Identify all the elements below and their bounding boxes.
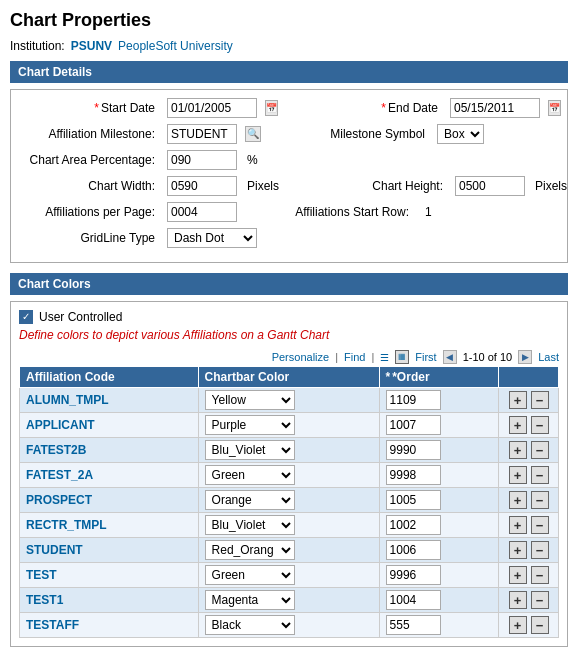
order-input[interactable] xyxy=(386,490,441,510)
find-link[interactable]: Find xyxy=(344,351,365,363)
add-row-button[interactable]: + xyxy=(509,416,527,434)
order-input[interactable] xyxy=(386,415,441,435)
view-icon[interactable]: ☰ xyxy=(380,352,389,363)
add-row-button[interactable]: + xyxy=(509,566,527,584)
start-date-input[interactable] xyxy=(167,98,257,118)
add-row-button[interactable]: + xyxy=(509,391,527,409)
affiliation-milestone-search-icon[interactable]: 🔍 xyxy=(245,126,261,142)
affiliations-start-row-value: 1 xyxy=(425,205,432,219)
page-container: Chart Properties Institution: PSUNV Peop… xyxy=(0,0,578,667)
add-row-button[interactable]: + xyxy=(509,466,527,484)
next-page-arrow[interactable]: ▶ xyxy=(518,350,532,364)
chartbar-color-cell: YellowPurpleBlu_VioletGreenOrangeRed_Ora… xyxy=(198,463,379,488)
col-header-chartbar-color: Chartbar Color xyxy=(198,367,379,388)
milestone-symbol-label: Milestone Symbol xyxy=(289,127,429,141)
remove-row-button[interactable]: − xyxy=(531,516,549,534)
chart-area-input[interactable] xyxy=(167,150,237,170)
start-date-calendar-icon[interactable]: 📅 xyxy=(265,100,278,116)
chartbar-color-select[interactable]: YellowPurpleBlu_VioletGreenOrangeRed_Ora… xyxy=(205,490,295,510)
add-row-button[interactable]: + xyxy=(509,441,527,459)
table-row: FATEST2BYellowPurpleBlu_VioletGreenOrang… xyxy=(20,438,559,463)
order-input[interactable] xyxy=(386,465,441,485)
user-controlled-row: ✓ User Controlled xyxy=(19,310,559,324)
affiliation-code-cell: APPLICANT xyxy=(20,413,199,438)
row-actions-cell: +− xyxy=(499,463,559,488)
chartbar-color-cell: YellowPurpleBlu_VioletGreenOrangeRed_Ora… xyxy=(198,613,379,638)
row-actions-cell: +− xyxy=(499,588,559,613)
remove-row-button[interactable]: − xyxy=(531,491,549,509)
add-row-button[interactable]: + xyxy=(509,541,527,559)
remove-row-button[interactable]: − xyxy=(531,541,549,559)
table-row: TESTAFFYellowPurpleBlu_VioletGreenOrange… xyxy=(20,613,559,638)
chartbar-color-cell: YellowPurpleBlu_VioletGreenOrangeRed_Ora… xyxy=(198,513,379,538)
order-input[interactable] xyxy=(386,440,441,460)
order-input[interactable] xyxy=(386,615,441,635)
user-controlled-checkbox[interactable]: ✓ xyxy=(19,310,33,324)
remove-row-button[interactable]: − xyxy=(531,616,549,634)
chartbar-color-select[interactable]: YellowPurpleBlu_VioletGreenOrangeRed_Ora… xyxy=(205,465,295,485)
chart-width-label: Chart Width: xyxy=(19,179,159,193)
chart-area-row: Chart Area Percentage: % xyxy=(19,150,559,170)
affiliations-row: Affiliations per Page: Affiliations Star… xyxy=(19,202,559,222)
remove-row-button[interactable]: − xyxy=(531,441,549,459)
last-link[interactable]: Last xyxy=(538,351,559,363)
chartbar-color-select[interactable]: YellowPurpleBlu_VioletGreenOrangeRed_Ora… xyxy=(205,515,295,535)
personalize-link[interactable]: Personalize xyxy=(272,351,329,363)
end-date-input[interactable] xyxy=(450,98,540,118)
prev-page-arrow[interactable]: ◀ xyxy=(443,350,457,364)
institution-code: PSUNV xyxy=(71,39,112,53)
milestone-symbol-select[interactable]: Box xyxy=(437,124,484,144)
order-input[interactable] xyxy=(386,540,441,560)
grid-icon[interactable]: ▦ xyxy=(395,350,409,364)
order-cell xyxy=(379,588,498,613)
first-link[interactable]: First xyxy=(415,351,436,363)
add-row-button[interactable]: + xyxy=(509,616,527,634)
milestone-row: Affiliation Milestone: 🔍 Milestone Symbo… xyxy=(19,124,559,144)
institution-label: Institution: xyxy=(10,39,65,53)
chart-colors-header: Chart Colors xyxy=(10,273,568,295)
order-cell xyxy=(379,613,498,638)
affiliations-start-row-label: Affiliations Start Row: xyxy=(273,205,413,219)
add-row-button[interactable]: + xyxy=(509,591,527,609)
chartbar-color-select[interactable]: YellowPurpleBlu_VioletGreenOrangeRed_Ora… xyxy=(205,615,295,635)
chartbar-color-cell: YellowPurpleBlu_VioletGreenOrangeRed_Ora… xyxy=(198,413,379,438)
chart-details-header: Chart Details xyxy=(10,61,568,83)
affiliation-milestone-input[interactable] xyxy=(167,124,237,144)
chartbar-color-cell: YellowPurpleBlu_VioletGreenOrangeRed_Ora… xyxy=(198,563,379,588)
chart-area-label: Chart Area Percentage: xyxy=(19,153,159,167)
chartbar-color-select[interactable]: YellowPurpleBlu_VioletGreenOrangeRed_Ora… xyxy=(205,440,295,460)
chart-height-input[interactable] xyxy=(455,176,525,196)
affiliations-per-page-label: Affiliations per Page: xyxy=(19,205,159,219)
order-input[interactable] xyxy=(386,390,441,410)
chartbar-color-cell: YellowPurpleBlu_VioletGreenOrangeRed_Ora… xyxy=(198,488,379,513)
institution-name: PeopleSoft University xyxy=(118,39,233,53)
table-row: ALUMN_TMPLYellowPurpleBlu_VioletGreenOra… xyxy=(20,388,559,413)
gridline-type-select[interactable]: Dash Dot Solid Dotted Dashed xyxy=(167,228,257,248)
affiliations-table: Affiliation Code Chartbar Color *Order A… xyxy=(19,366,559,638)
affiliations-per-page-input[interactable] xyxy=(167,202,237,222)
chartbar-color-cell: YellowPurpleBlu_VioletGreenOrangeRed_Ora… xyxy=(198,588,379,613)
col-header-order: *Order xyxy=(379,367,498,388)
remove-row-button[interactable]: − xyxy=(531,591,549,609)
add-row-button[interactable]: + xyxy=(509,516,527,534)
order-input[interactable] xyxy=(386,515,441,535)
order-input[interactable] xyxy=(386,565,441,585)
grid-toolbar: Personalize | Find | ☰ ▦ First ◀ 1-10 of… xyxy=(19,350,559,364)
chartbar-color-select[interactable]: YellowPurpleBlu_VioletGreenOrangeRed_Ora… xyxy=(205,565,295,585)
add-row-button[interactable]: + xyxy=(509,491,527,509)
remove-row-button[interactable]: − xyxy=(531,566,549,584)
chartbar-color-select[interactable]: YellowPurpleBlu_VioletGreenOrangeRed_Ora… xyxy=(205,540,295,560)
end-date-calendar-icon[interactable]: 📅 xyxy=(548,100,561,116)
remove-row-button[interactable]: − xyxy=(531,391,549,409)
remove-row-button[interactable]: − xyxy=(531,466,549,484)
affiliation-code-cell: FATEST2B xyxy=(20,438,199,463)
order-input[interactable] xyxy=(386,590,441,610)
remove-row-button[interactable]: − xyxy=(531,416,549,434)
chartbar-color-select[interactable]: YellowPurpleBlu_VioletGreenOrangeRed_Ora… xyxy=(205,590,295,610)
table-row: STUDENTYellowPurpleBlu_VioletGreenOrange… xyxy=(20,538,559,563)
chartbar-color-select[interactable]: YellowPurpleBlu_VioletGreenOrangeRed_Ora… xyxy=(205,390,295,410)
affiliation-code-cell: RECTR_TMPL xyxy=(20,513,199,538)
chartbar-color-select[interactable]: YellowPurpleBlu_VioletGreenOrangeRed_Ora… xyxy=(205,415,295,435)
chart-width-input[interactable] xyxy=(167,176,237,196)
chartbar-color-cell: YellowPurpleBlu_VioletGreenOrangeRed_Ora… xyxy=(198,388,379,413)
